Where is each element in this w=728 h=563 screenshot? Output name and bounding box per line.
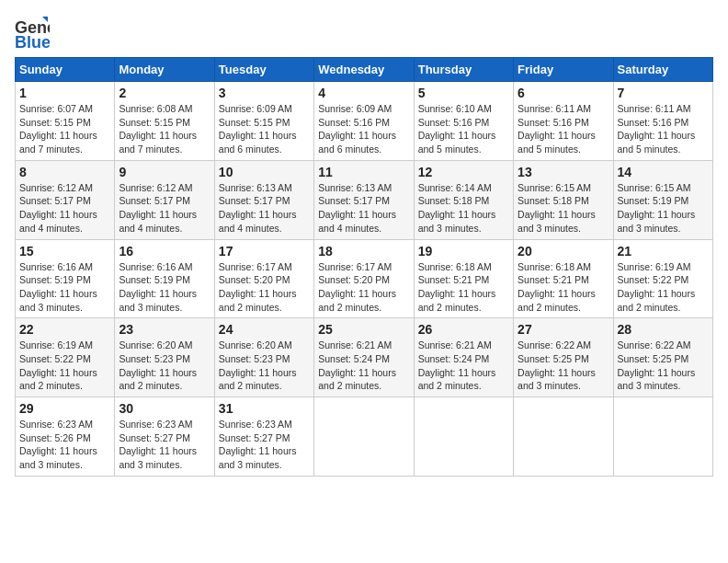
day-number: 3 [219,86,310,100]
day-number: 30 [119,401,210,416]
day-detail: Sunrise: 6:12 AMSunset: 5:17 PMDaylight:… [119,181,210,236]
calendar-cell: 20Sunrise: 6:18 AMSunset: 5:21 PMDayligh… [514,239,613,318]
day-detail: Sunrise: 6:22 AMSunset: 5:25 PMDaylight:… [518,339,609,393]
day-number: 10 [219,165,310,179]
day-detail: Sunrise: 6:17 AMSunset: 5:20 PMDaylight:… [318,260,409,315]
day-number: 21 [618,244,709,259]
calendar-cell: 29Sunrise: 6:23 AMSunset: 5:26 PMDayligh… [16,397,115,477]
day-number: 29 [19,401,110,416]
calendar-cell: 31Sunrise: 6:23 AMSunset: 5:27 PMDayligh… [214,397,313,477]
calendar-cell: 1Sunrise: 6:07 AMSunset: 5:15 PMDaylight… [16,82,115,161]
day-number: 24 [219,322,310,337]
day-detail: Sunrise: 6:17 AMSunset: 5:20 PMDaylight:… [219,260,310,315]
calendar-cell: 18Sunrise: 6:17 AMSunset: 5:20 PMDayligh… [314,239,414,318]
day-detail: Sunrise: 6:23 AMSunset: 5:27 PMDaylight:… [119,418,210,472]
day-number: 20 [518,244,609,259]
day-number: 12 [418,165,509,179]
calendar-cell: 5Sunrise: 6:10 AMSunset: 5:16 PMDaylight… [414,82,513,161]
svg-text:Blue: Blue [15,33,50,50]
day-number: 26 [418,322,509,337]
day-detail: Sunrise: 6:14 AMSunset: 5:18 PMDaylight:… [418,181,509,236]
day-detail: Sunrise: 6:22 AMSunset: 5:25 PMDaylight:… [618,339,709,393]
day-number: 15 [19,244,110,259]
calendar-cell: 13Sunrise: 6:15 AMSunset: 5:18 PMDayligh… [514,160,613,239]
day-number: 11 [318,165,409,179]
calendar-week-row: 29Sunrise: 6:23 AMSunset: 5:26 PMDayligh… [16,397,713,477]
day-number: 17 [219,244,310,259]
day-number: 25 [318,322,409,337]
day-number: 19 [418,244,509,259]
calendar-cell: 7Sunrise: 6:11 AMSunset: 5:16 PMDaylight… [613,82,712,161]
calendar-cell: 25Sunrise: 6:21 AMSunset: 5:24 PMDayligh… [314,318,414,397]
weekday-header: Thursday [414,58,513,82]
day-number: 16 [119,244,210,259]
calendar-cell: 3Sunrise: 6:09 AMSunset: 5:15 PMDaylight… [214,82,313,161]
calendar-week-row: 8Sunrise: 6:12 AMSunset: 5:17 PMDaylight… [16,160,713,239]
day-number: 22 [19,322,110,337]
calendar-cell: 14Sunrise: 6:15 AMSunset: 5:19 PMDayligh… [613,160,712,239]
calendar-cell: 4Sunrise: 6:09 AMSunset: 5:16 PMDaylight… [314,82,414,161]
calendar-table: SundayMondayTuesdayWednesdayThursdayFrid… [15,57,713,477]
day-detail: Sunrise: 6:13 AMSunset: 5:17 PMDaylight:… [318,181,409,236]
calendar-cell: 9Sunrise: 6:12 AMSunset: 5:17 PMDaylight… [115,160,214,239]
day-detail: Sunrise: 6:16 AMSunset: 5:19 PMDaylight:… [119,260,210,315]
calendar-cell [514,397,613,477]
weekday-header: Sunday [16,58,115,82]
day-number: 23 [119,322,210,337]
calendar-cell: 8Sunrise: 6:12 AMSunset: 5:17 PMDaylight… [16,160,115,239]
day-detail: Sunrise: 6:15 AMSunset: 5:18 PMDaylight:… [518,181,609,236]
calendar-cell: 27Sunrise: 6:22 AMSunset: 5:25 PMDayligh… [514,318,613,397]
day-detail: Sunrise: 6:09 AMSunset: 5:15 PMDaylight:… [219,102,310,156]
weekday-header: Tuesday [214,58,313,82]
calendar-cell: 16Sunrise: 6:16 AMSunset: 5:19 PMDayligh… [115,239,214,318]
weekday-header: Saturday [613,58,712,82]
calendar-cell [314,397,414,477]
day-number: 2 [119,86,210,100]
day-detail: Sunrise: 6:11 AMSunset: 5:16 PMDaylight:… [518,102,609,156]
day-detail: Sunrise: 6:08 AMSunset: 5:15 PMDaylight:… [119,102,210,156]
day-number: 13 [518,165,609,179]
day-detail: Sunrise: 6:07 AMSunset: 5:15 PMDaylight:… [19,102,110,156]
calendar-week-row: 15Sunrise: 6:16 AMSunset: 5:19 PMDayligh… [16,239,713,318]
calendar-cell: 28Sunrise: 6:22 AMSunset: 5:25 PMDayligh… [613,318,712,397]
calendar-cell: 23Sunrise: 6:20 AMSunset: 5:23 PMDayligh… [115,318,214,397]
logo: General Blue [15,15,50,50]
day-detail: Sunrise: 6:13 AMSunset: 5:17 PMDaylight:… [219,181,310,236]
calendar-cell: 10Sunrise: 6:13 AMSunset: 5:17 PMDayligh… [214,160,313,239]
calendar-week-row: 22Sunrise: 6:19 AMSunset: 5:22 PMDayligh… [16,318,713,397]
day-number: 27 [518,322,609,337]
day-detail: Sunrise: 6:18 AMSunset: 5:21 PMDaylight:… [418,260,509,315]
calendar-cell: 2Sunrise: 6:08 AMSunset: 5:15 PMDaylight… [115,82,214,161]
calendar-cell: 6Sunrise: 6:11 AMSunset: 5:16 PMDaylight… [514,82,613,161]
day-number: 8 [19,165,110,179]
day-detail: Sunrise: 6:10 AMSunset: 5:16 PMDaylight:… [418,102,509,156]
day-detail: Sunrise: 6:23 AMSunset: 5:27 PMDaylight:… [219,418,310,472]
calendar-cell: 26Sunrise: 6:21 AMSunset: 5:24 PMDayligh… [414,318,513,397]
weekday-header: Wednesday [314,58,414,82]
day-number: 5 [418,86,509,100]
calendar-week-row: 1Sunrise: 6:07 AMSunset: 5:15 PMDaylight… [16,82,713,161]
day-number: 1 [19,86,110,100]
weekday-header-row: SundayMondayTuesdayWednesdayThursdayFrid… [16,58,713,82]
day-detail: Sunrise: 6:23 AMSunset: 5:26 PMDaylight:… [19,418,110,472]
day-detail: Sunrise: 6:20 AMSunset: 5:23 PMDaylight:… [119,339,210,393]
day-detail: Sunrise: 6:18 AMSunset: 5:21 PMDaylight:… [518,260,609,315]
day-detail: Sunrise: 6:19 AMSunset: 5:22 PMDaylight:… [618,260,709,315]
day-number: 31 [219,401,310,416]
day-detail: Sunrise: 6:20 AMSunset: 5:23 PMDaylight:… [219,339,310,393]
day-number: 14 [618,165,709,179]
day-number: 6 [518,86,609,100]
logo-icon: General Blue [15,15,50,50]
day-number: 18 [318,244,409,259]
day-detail: Sunrise: 6:16 AMSunset: 5:19 PMDaylight:… [19,260,110,315]
page-header: General Blue [15,15,713,50]
day-detail: Sunrise: 6:21 AMSunset: 5:24 PMDaylight:… [418,339,509,393]
calendar-cell [613,397,712,477]
weekday-header: Friday [514,58,613,82]
day-number: 28 [618,322,709,337]
calendar-cell: 30Sunrise: 6:23 AMSunset: 5:27 PMDayligh… [115,397,214,477]
calendar-cell: 24Sunrise: 6:20 AMSunset: 5:23 PMDayligh… [214,318,313,397]
calendar-cell: 21Sunrise: 6:19 AMSunset: 5:22 PMDayligh… [613,239,712,318]
day-detail: Sunrise: 6:11 AMSunset: 5:16 PMDaylight:… [618,102,709,156]
day-detail: Sunrise: 6:19 AMSunset: 5:22 PMDaylight:… [19,339,110,393]
